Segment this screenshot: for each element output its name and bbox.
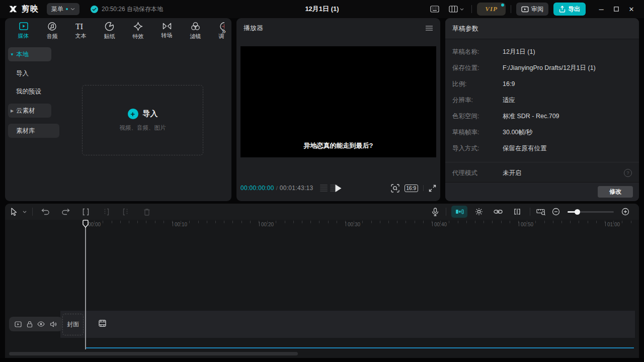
menu-button[interactable]: 菜单	[47, 3, 79, 15]
sidebar-item-asset-library[interactable]: 素材库	[8, 124, 59, 138]
title-bar: 剪映 菜单 20:50:26 自动保存本地 12月1日 (1) VIP	[0, 0, 644, 18]
layout-switch-button[interactable]	[446, 4, 466, 15]
review-label: 审阅	[531, 5, 543, 14]
export-icon	[559, 6, 566, 13]
tab-text[interactable]: TI 文本	[66, 18, 95, 43]
import-mode-row: 导入方式: 保留在原有位置	[445, 140, 639, 156]
fullscreen-icon[interactable]	[429, 185, 436, 192]
sticker-icon	[105, 22, 114, 31]
zoom-in-button[interactable]	[618, 205, 633, 218]
player-menu-icon[interactable]	[425, 25, 433, 31]
divider	[445, 162, 639, 162]
menu-notification-dot	[66, 8, 68, 10]
fit-timeline-button[interactable]	[533, 205, 548, 218]
proxy-mode-row: 代理模式 未开启 ?	[452, 166, 632, 180]
tab-media[interactable]: 媒体	[9, 18, 38, 43]
preview-axis-button[interactable]	[510, 205, 525, 218]
timeline-ruler[interactable]: 00:00 00:10 00:20 00:30 00:40 00:50 01:0…	[86, 220, 639, 231]
playhead-line	[85, 220, 86, 349]
preview-quality-icon[interactable]	[391, 184, 399, 193]
divider	[32, 208, 33, 216]
link-clips-button[interactable]	[491, 205, 506, 218]
chevron-down-icon	[70, 8, 75, 11]
vip-notification-dot	[501, 4, 504, 7]
menu-label: 菜单	[51, 5, 63, 14]
plus-icon: +	[128, 109, 138, 119]
tab-audio[interactable]: 音频	[38, 18, 66, 43]
divider	[471, 5, 472, 13]
caret-right-icon: ▶	[8, 109, 16, 113]
track-header-controls	[9, 317, 62, 331]
play-button[interactable]	[333, 183, 344, 194]
select-tool-button[interactable]	[8, 205, 20, 218]
save-location-row: 保存位置: F:/JianyingPro Drafts/12月1日 (1)	[445, 60, 639, 76]
tab-sticker[interactable]: 贴纸	[95, 18, 124, 43]
mute-track-icon[interactable]	[50, 321, 57, 327]
player-title: 播放器	[244, 24, 263, 33]
divider	[446, 208, 446, 216]
tab-transitions[interactable]: 转场	[152, 18, 181, 43]
tab-effects[interactable]: 特效	[124, 18, 152, 43]
import-title: 导入	[143, 109, 158, 119]
timeline-panel: 00:00 00:10 00:20 00:30 00:40 00:50 01:0…	[5, 204, 639, 358]
app-logo-icon	[8, 5, 18, 14]
select-tool-chevron[interactable]	[20, 205, 29, 218]
divider	[423, 185, 424, 191]
autosave-check-icon	[91, 6, 98, 13]
asset-tabs: 媒体 音频 TI 文本 贴纸 特效 转场 滤镜 调节	[5, 18, 224, 43]
text-icon: TI	[75, 22, 87, 31]
split-clip-button[interactable]	[78, 205, 93, 218]
record-voiceover-button[interactable]	[428, 205, 443, 218]
undo-button[interactable]	[38, 205, 53, 218]
playhead-handle[interactable]	[83, 220, 89, 228]
total-duration: 00:01:43:13	[280, 185, 313, 192]
divider	[511, 5, 511, 13]
auto-snap-button[interactable]	[471, 205, 487, 218]
zoom-out-button[interactable]	[548, 205, 564, 218]
lock-track-icon[interactable]	[27, 321, 33, 328]
audio-icon	[47, 22, 57, 31]
review-icon	[521, 6, 529, 13]
delete-clip-button[interactable]	[139, 205, 154, 218]
resolution-row: 分辨率: 适应	[445, 92, 639, 108]
sidebar-item-import[interactable]: 导入	[8, 66, 59, 80]
draft-panel-title: 草稿参数	[452, 24, 478, 33]
zoom-slider-handle[interactable]	[575, 209, 580, 215]
hide-track-icon[interactable]	[37, 321, 45, 327]
sidebar-item-cloud-assets[interactable]: ▶ 云素材	[8, 104, 51, 118]
cover-button[interactable]: 封面	[62, 314, 84, 335]
main-track-magnet-button[interactable]	[451, 206, 467, 218]
video-preview[interactable]: 异地恋真的能走到最后?	[240, 46, 436, 157]
delete-left-button[interactable]	[98, 205, 113, 218]
autosave-status: 20:50:26 自动保存本地	[91, 5, 163, 14]
sidebar-item-my-presets[interactable]: 我的预设	[8, 84, 59, 99]
import-dropzone[interactable]: + 导入 视频、音频、图片	[82, 85, 203, 155]
help-icon[interactable]: ?	[624, 169, 632, 177]
aspect-ratio-button[interactable]: 16:9	[405, 185, 418, 192]
window-minimize-button[interactable]: ─	[594, 2, 609, 16]
export-button[interactable]: 导出	[553, 3, 586, 16]
redo-button[interactable]	[58, 205, 73, 218]
expand-tabs-button[interactable]: »	[218, 25, 229, 36]
timeline-zoom-slider[interactable]	[568, 211, 614, 213]
media-icon	[19, 22, 29, 31]
delete-right-button[interactable]	[118, 205, 133, 218]
autosave-text: 20:50:26 自动保存本地	[102, 5, 163, 14]
window-maximize-button[interactable]	[609, 2, 624, 16]
tab-filters[interactable]: 滤镜	[181, 18, 210, 43]
player-panel: 播放器 异地恋真的能走到最后? 00:00:00:00 / 00:01:43:1…	[236, 18, 440, 201]
current-timecode: 00:00:00:00	[240, 185, 274, 192]
shortcut-keyboard-button[interactable]	[428, 4, 441, 15]
review-button[interactable]: 审阅	[516, 3, 548, 16]
effects-icon	[133, 22, 143, 31]
export-label: 导出	[568, 5, 580, 14]
aspect-ratio-row: 比例: 16:9	[445, 76, 639, 92]
sidebar-item-local[interactable]: ▼ 本地	[8, 47, 51, 61]
main-track-lane[interactable]	[60, 311, 635, 338]
vip-button[interactable]: VIP	[477, 3, 506, 16]
modify-button[interactable]: 修改	[598, 186, 633, 198]
window-close-button[interactable]: ✕	[624, 2, 639, 16]
timeline-horizontal-scrollbar[interactable]	[9, 352, 298, 355]
transitions-icon	[162, 22, 172, 30]
bottom-edge	[0, 358, 644, 362]
